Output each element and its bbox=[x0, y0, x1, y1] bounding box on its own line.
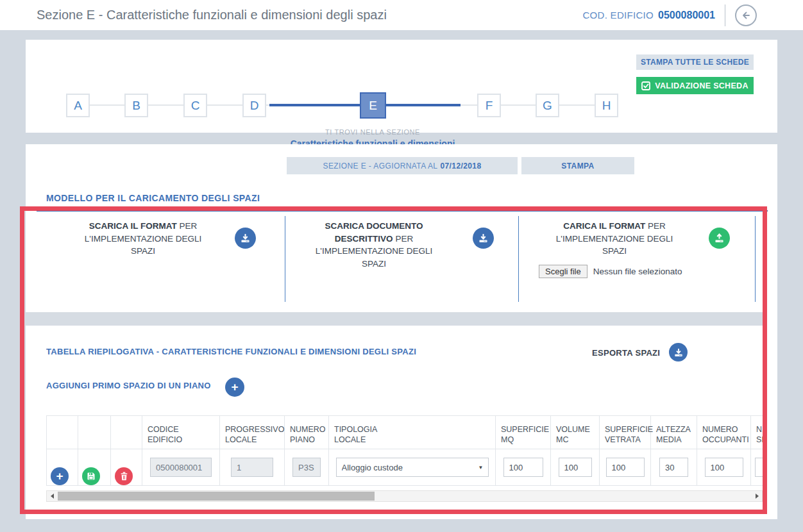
model-section-heading: MODELLO PER IL CARICAMENTO DEGLI SPAZI bbox=[46, 193, 260, 203]
add-first-space-button[interactable]: + bbox=[225, 378, 244, 397]
col-actions-add bbox=[47, 416, 78, 449]
section-updated-label: SEZIONE E - AGGIORNATA AL bbox=[323, 162, 438, 170]
codice-edificio-input[interactable] bbox=[150, 458, 212, 477]
heading-underline bbox=[37, 210, 768, 212]
download-format-title: SCARICA IL FORMAT bbox=[89, 221, 177, 231]
spaces-table: CODICE EDIFICIO PROGRESSIVO LOCALE NUMER… bbox=[46, 415, 763, 486]
upload-format-title: CARICA IL FORMAT bbox=[563, 221, 645, 231]
download-format-text: SCARICA IL FORMAT PER L'IMPLEMENTAZIONE … bbox=[79, 220, 207, 258]
page: Sezione E - Caratteristiche funzionali e… bbox=[0, 0, 803, 532]
numero-occupanti-input[interactable] bbox=[705, 458, 743, 477]
step-e-active[interactable]: E bbox=[360, 92, 386, 119]
choose-file-button[interactable]: Scegli file bbox=[539, 265, 587, 278]
col-truncated: N. SI bbox=[751, 416, 763, 449]
section-updated-bar: SEZIONE E - AGGIORNATA AL 07/12/2018 bbox=[287, 157, 518, 174]
upload-icon bbox=[714, 233, 724, 243]
scroll-right-arrow[interactable] bbox=[752, 491, 762, 501]
back-button[interactable] bbox=[735, 4, 757, 26]
summary-table-heading: TABELLA RIEPILOGATIVA - CARATTERISTICHE … bbox=[46, 347, 416, 356]
altezza-media-input[interactable] bbox=[659, 458, 688, 477]
step-b[interactable]: B bbox=[124, 94, 148, 117]
col-tipologia-locale: TIPOLOGIA LOCALE bbox=[329, 416, 496, 449]
building-code-group: COD. EDIFICIO 0500080001 bbox=[582, 0, 757, 30]
download-icon bbox=[478, 233, 488, 243]
export-spaces-button[interactable] bbox=[669, 343, 688, 362]
numero-piano-input[interactable] bbox=[292, 458, 321, 477]
column-divider bbox=[285, 216, 285, 302]
page-title: Sezione E - Caratteristiche funzionali e… bbox=[37, 0, 387, 30]
upload-format-text: CARICA IL FORMAT PER L'IMPLEMENTAZIONE D… bbox=[550, 220, 679, 258]
step-d[interactable]: D bbox=[242, 94, 266, 117]
tipologia-locale-select[interactable]: Alloggio custode bbox=[336, 458, 489, 477]
row-add-button[interactable]: + bbox=[51, 467, 69, 485]
add-first-space-label: AGGIUNGI PRIMO SPAZIO DI UN PIANO bbox=[46, 381, 211, 390]
main-content-panel: SEZIONE E - AGGIORNATA AL 07/12/2018 STA… bbox=[26, 144, 777, 519]
step-h[interactable]: H bbox=[595, 94, 618, 117]
volume-mc-input[interactable] bbox=[559, 458, 592, 477]
print-all-sheets-button[interactable]: STAMPA TUTTE LE SCHEDE bbox=[636, 54, 754, 70]
section-stepper-card: A B C D E F G H TI TROVI NELLA SEZIONE C… bbox=[26, 40, 777, 133]
section-updated-date: 07/12/2018 bbox=[440, 162, 481, 170]
file-upload-row: Scegli file Nessun file selezionato bbox=[539, 265, 682, 278]
col-progressivo-locale: PROGRESSIVO LOCALE bbox=[220, 416, 285, 449]
download-doc-button[interactable] bbox=[473, 228, 494, 249]
scrollbar-thumb[interactable] bbox=[58, 492, 375, 501]
download-format-button[interactable] bbox=[235, 228, 256, 249]
step-a[interactable]: A bbox=[66, 94, 90, 117]
validate-sheet-label: VALIDAZIONE SCHEDA bbox=[655, 81, 748, 90]
download-icon bbox=[674, 348, 683, 357]
download-icon bbox=[241, 233, 250, 243]
progressivo-locale-input[interactable] bbox=[231, 458, 273, 477]
col-numero-piano: NUMERO PIANO bbox=[285, 416, 329, 449]
vertical-divider bbox=[725, 4, 725, 26]
table-header-row: CODICE EDIFICIO PROGRESSIVO LOCALE NUMER… bbox=[47, 416, 763, 449]
col-superficie-mq: SUPERFICIE MQ bbox=[496, 416, 551, 449]
step-c[interactable]: C bbox=[183, 94, 207, 117]
left-triangle-icon bbox=[51, 494, 54, 499]
superficie-mq-input[interactable] bbox=[503, 458, 543, 477]
check-square-icon bbox=[641, 81, 650, 90]
building-code-value: 0500080001 bbox=[658, 10, 715, 21]
step-f[interactable]: F bbox=[477, 94, 501, 117]
scroll-left-arrow[interactable] bbox=[47, 491, 57, 501]
col-codice-edificio: CODICE EDIFICIO bbox=[142, 416, 220, 449]
col-volume-mc: VOLUME MC bbox=[551, 416, 600, 449]
superficie-vetrata-input[interactable] bbox=[606, 458, 645, 477]
row-delete-button[interactable] bbox=[115, 467, 133, 485]
truncated-input[interactable] bbox=[755, 458, 763, 477]
building-code-label: COD. EDIFICIO bbox=[582, 10, 654, 21]
step-g[interactable]: G bbox=[536, 94, 559, 117]
spaces-table-wrapper: CODICE EDIFICIO PROGRESSIVO LOCALE NUMER… bbox=[46, 415, 763, 486]
col-altezza-media: ALTEZZA MEDIA bbox=[651, 416, 697, 449]
plus-icon: + bbox=[56, 470, 63, 482]
file-status-text: Nessun file selezionato bbox=[593, 267, 682, 276]
back-arrow-icon bbox=[740, 10, 752, 21]
download-doc-text: SCARICA DOCUMENTO DESCRITTIVO PER L'IMPL… bbox=[310, 220, 438, 270]
top-header-bar: Sezione E - Caratteristiche funzionali e… bbox=[0, 0, 803, 30]
print-button[interactable]: STAMPA bbox=[521, 157, 634, 174]
table-row: + bbox=[47, 449, 763, 486]
validate-sheet-button[interactable]: VALIDAZIONE SCHEDA bbox=[636, 77, 754, 94]
save-icon bbox=[87, 472, 96, 481]
col-superficie-vetrata: SUPERFICIE VETRATA bbox=[600, 416, 651, 449]
current-section-label: TI TROVI NELLA SEZIONE bbox=[276, 128, 469, 136]
right-triangle-icon bbox=[756, 494, 759, 499]
col-numero-occupanti: NUMERO OCCUPANTI bbox=[697, 416, 751, 449]
horizontal-scrollbar[interactable] bbox=[46, 490, 763, 502]
export-spaces-label: ESPORTA SPAZI bbox=[592, 348, 660, 358]
column-divider bbox=[755, 216, 756, 302]
upload-format-button[interactable] bbox=[709, 228, 730, 249]
section-separator-band bbox=[26, 312, 763, 326]
tipologia-locale-select-wrap: Alloggio custode ▼ bbox=[336, 458, 489, 477]
col-actions-save bbox=[78, 416, 111, 449]
trash-icon bbox=[120, 472, 128, 481]
plus-icon: + bbox=[231, 381, 238, 393]
col-actions-delete bbox=[111, 416, 142, 449]
column-divider bbox=[518, 216, 519, 302]
row-save-button[interactable] bbox=[82, 467, 100, 485]
